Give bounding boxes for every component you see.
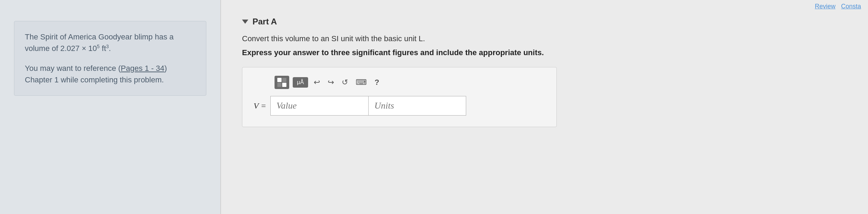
answer-box: μÅ ↩ ↪ ↺ ⌨ ? V = [242, 67, 557, 127]
part-label: Part A [252, 17, 277, 27]
undo-button[interactable]: ↩ [312, 76, 322, 88]
matrix-cell-3 [277, 83, 282, 87]
input-row: V = [254, 96, 545, 116]
constants-link[interactable]: Consta [841, 3, 861, 10]
review-link[interactable]: Review [815, 3, 835, 10]
reference-statement: You may want to reference (Pages 1 - 34)… [25, 62, 195, 86]
bold-instruction: Express your answer to three significant… [242, 48, 847, 57]
redo-button[interactable]: ↪ [326, 76, 336, 88]
matrix-icon [277, 78, 286, 87]
matrix-cell-4 [282, 83, 286, 87]
problem-box: The Spirit of America Goodyear blimp has… [14, 21, 206, 96]
help-button[interactable]: ? [372, 76, 381, 88]
section-header: Part A [242, 17, 847, 27]
reference-link[interactable]: Pages 1 - 34 [121, 64, 164, 73]
instruction-text: Convert this volume to an SI unit with t… [242, 34, 847, 43]
matrix-button[interactable] [275, 76, 289, 89]
right-panel: Part A Convert this volume to an SI unit… [221, 0, 868, 214]
reset-button[interactable]: ↺ [340, 76, 350, 88]
value-input[interactable] [270, 96, 368, 116]
units-input[interactable] [368, 96, 466, 116]
chevron-down-icon[interactable] [242, 20, 248, 24]
toolbar: μÅ ↩ ↪ ↺ ⌨ ? [254, 76, 545, 89]
mu-button[interactable]: μÅ [293, 77, 308, 88]
matrix-cell-1 [277, 78, 282, 82]
keyboard-button[interactable]: ⌨ [354, 76, 369, 88]
matrix-cell-2 [282, 78, 286, 82]
left-panel: The Spirit of America Goodyear blimp has… [0, 0, 220, 214]
problem-statement: The Spirit of America Goodyear blimp has… [25, 31, 195, 54]
variable-label: V = [254, 101, 266, 111]
